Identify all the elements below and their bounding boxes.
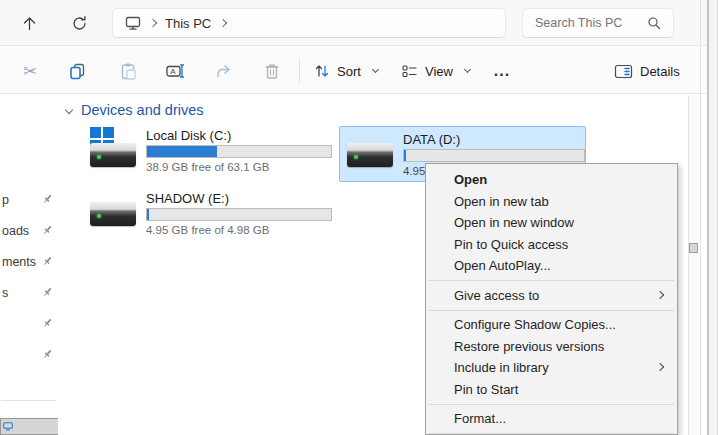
free-space-text: 38.9 GB free of 63.1 GB [146, 161, 332, 173]
sidebar-item-downloads[interactable]: oads [0, 220, 58, 242]
refresh-button[interactable] [64, 8, 94, 38]
sidebar-item-videos[interactable] [0, 344, 58, 366]
menu-item-configure-shadow-copies[interactable]: Configure Shadow Copies... [426, 314, 677, 336]
drive-tile-local-disk-c[interactable]: Local Disk (C:) 38.9 GB free of 63.1 GB [82, 122, 334, 178]
svg-text:A: A [170, 67, 176, 76]
drive-d-icon [346, 131, 394, 173]
sidebar-item-music[interactable] [0, 313, 58, 335]
details-pane-icon [614, 64, 633, 79]
menu-item-include-in-library[interactable]: Include in library [426, 357, 677, 379]
menu-item-label: Give access to [454, 288, 539, 303]
details-pane-button[interactable]: Details [608, 57, 686, 85]
menu-item-label: Pin to Quick access [454, 237, 568, 252]
sidebar-item-pictures[interactable]: s [0, 282, 58, 304]
menu-item-pin-to-quick-access[interactable]: Pin to Quick access [426, 234, 677, 256]
search-box[interactable]: Search This PC [522, 8, 674, 38]
sidebar-item-desktop[interactable]: p [0, 189, 58, 211]
up-button[interactable] [14, 8, 44, 38]
refresh-icon [71, 15, 88, 32]
this-pc-monitor-icon [125, 16, 141, 31]
vertical-scrollbar[interactable] [688, 95, 698, 435]
rename-icon: A [165, 62, 185, 80]
sidebar-divider [1, 400, 56, 401]
menu-item-open-in-new-window[interactable]: Open in new window [426, 212, 677, 234]
pin-icon [42, 224, 53, 236]
paste-icon [119, 62, 138, 81]
share-icon [214, 62, 233, 80]
chevron-down-icon [464, 66, 471, 73]
menu-item-label: Restore previous versions [454, 339, 604, 354]
sidebar-item-label: oads [0, 224, 29, 238]
share-button[interactable] [209, 57, 237, 85]
drive-name: DATA (D:) [403, 132, 585, 147]
free-space-text: 4.95 GB free of 4.98 GB [146, 224, 332, 236]
drive-name: Local Disk (C:) [146, 128, 332, 143]
drive-e-icon [89, 190, 137, 232]
ellipsis-icon: ... [494, 62, 510, 80]
sidebar-item-label: ments [0, 255, 36, 269]
delete-button[interactable] [258, 57, 286, 85]
context-menu: Open Open in new tab Open in new window … [425, 163, 678, 435]
see-more-button[interactable]: ... [488, 57, 516, 85]
screen-edge-strip [709, 0, 718, 435]
sort-arrows-icon [314, 63, 330, 79]
capacity-bar-fill [147, 209, 149, 220]
sort-button[interactable]: Sort [308, 57, 384, 85]
copy-button[interactable] [63, 57, 91, 85]
breadcrumb-chevron-icon [149, 19, 157, 27]
menu-item-label: Open in new tab [454, 194, 549, 209]
capacity-bar-fill [147, 146, 217, 157]
toolbar-divider [299, 59, 300, 83]
this-pc-monitor-icon [3, 422, 13, 431]
menu-item-format[interactable]: Format... [426, 408, 677, 430]
menu-item-label: Open in new window [454, 215, 574, 230]
cut-button[interactable]: ✂ [16, 57, 44, 85]
menu-item-label: Open AutoPlay... [454, 258, 551, 273]
up-arrow-icon [21, 15, 38, 32]
capacity-bar [403, 149, 585, 162]
breadcrumb-chevron-icon [219, 19, 227, 27]
window-edge-line [700, 0, 701, 435]
view-button[interactable]: View [395, 57, 476, 85]
pin-icon [42, 317, 53, 329]
breadcrumb-this-pc[interactable]: This PC [165, 16, 211, 31]
navigation-bar: This PC Search This PC [0, 0, 718, 46]
group-header-label: Devices and drives [81, 102, 204, 118]
menu-item-restore-previous-versions[interactable]: Restore previous versions [426, 336, 677, 358]
capacity-bar-fill [404, 150, 406, 161]
sidebar-item-this-pc-selected[interactable] [0, 418, 62, 435]
paste-button[interactable] [114, 57, 142, 85]
copy-icon [68, 62, 87, 81]
scrollbar-thumb[interactable] [689, 243, 698, 253]
menu-item-label: Configure Shadow Copies... [454, 317, 616, 332]
capacity-bar [146, 145, 332, 158]
sidebar-item-label: p [0, 193, 9, 207]
menu-separator [429, 433, 674, 434]
address-bar[interactable]: This PC [112, 8, 506, 38]
drive-name: SHADOW (E:) [146, 191, 332, 206]
pin-icon [42, 255, 53, 267]
view-label: View [425, 64, 453, 79]
pin-icon [42, 286, 53, 298]
menu-item-give-access-to[interactable]: Give access to [426, 285, 677, 307]
menu-item-label: Open [454, 172, 487, 187]
navigation-pane: p oads ments s [0, 95, 58, 435]
menu-item-label: Pin to Start [454, 382, 518, 397]
pin-icon [42, 193, 53, 205]
sidebar-item-documents[interactable]: ments [0, 251, 58, 273]
rename-button[interactable]: A [161, 57, 189, 85]
menu-separator [429, 310, 674, 311]
submenu-arrow-icon [656, 290, 664, 298]
menu-item-open[interactable]: Open [426, 169, 677, 191]
cut-scissors-icon: ✂ [23, 61, 37, 82]
menu-item-pin-to-start[interactable]: Pin to Start [426, 379, 677, 401]
menu-item-open-autoplay[interactable]: Open AutoPlay... [426, 255, 677, 277]
menu-separator [429, 280, 674, 281]
sidebar-item-label: s [0, 286, 8, 300]
pin-icon [42, 348, 53, 360]
details-label: Details [640, 64, 680, 79]
drive-tile-shadow-e[interactable]: SHADOW (E:) 4.95 GB free of 4.98 GB [82, 185, 334, 241]
capacity-bar [146, 208, 332, 221]
menu-item-open-in-new-tab[interactable]: Open in new tab [426, 191, 677, 213]
group-header-devices-and-drives[interactable]: Devices and drives [66, 102, 204, 118]
